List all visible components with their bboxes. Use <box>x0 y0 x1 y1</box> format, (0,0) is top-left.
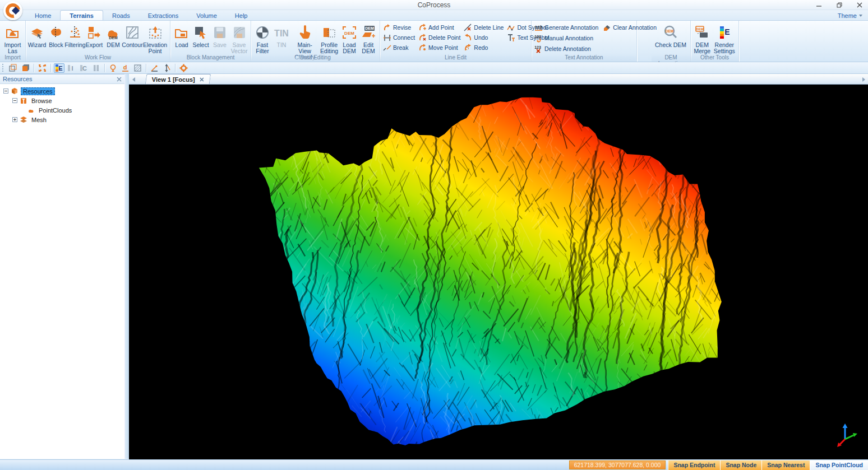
terrain-render[interactable] <box>129 85 868 459</box>
wizard-button[interactable]: Wizard <box>27 22 47 49</box>
tree-item-pointclouds[interactable]: PointClouds <box>3 105 124 115</box>
svg-text:E: E <box>724 27 730 36</box>
dem-merge-icon: DEM <box>694 24 710 41</box>
fit-view-icon[interactable] <box>37 63 48 73</box>
classify-hand-icon <box>297 24 313 41</box>
delete-point-button[interactable]: Delete Point <box>418 33 460 42</box>
ribbon-group-data-editing: Fast Filter TIN TIN Main-View Classify P… <box>251 21 380 62</box>
tab-home[interactable]: Home <box>26 11 60 20</box>
group-title-data-editing: Data Editing <box>251 54 380 62</box>
clear-annotation-button[interactable]: Clear Annotation <box>603 23 657 32</box>
fast-filter-button[interactable]: Fast Filter <box>253 22 272 55</box>
add-point-button[interactable]: Add Point <box>418 23 460 32</box>
snap-node-button[interactable]: Snap Node <box>720 460 761 470</box>
axis-gizmo-icon <box>832 419 858 447</box>
theme-dropdown[interactable]: Theme <box>838 12 862 19</box>
svg-text:E: E <box>58 65 62 72</box>
tab-help[interactable]: Help <box>226 11 257 20</box>
ribbon: Import Las Import Wizard Block Filtering… <box>0 21 868 62</box>
bars-render-icon[interactable] <box>91 63 101 73</box>
delete-annotation-button[interactable]: 123Delete Annotation <box>534 44 657 53</box>
group-title-other-tools: Other Tools <box>691 54 738 62</box>
manual-annotation-button[interactable]: 123Manual Annotation <box>534 34 657 43</box>
elevation-point-icon <box>147 24 163 41</box>
load-dem-button[interactable]: DEM Load DEM <box>340 22 359 55</box>
tree-item-resources[interactable]: Resources <box>3 86 124 96</box>
contour-button[interactable]: Contour <box>123 22 142 49</box>
panel-close-icon[interactable] <box>117 77 122 82</box>
expand-icon[interactable] <box>12 117 17 122</box>
snap-nearest-button[interactable]: Snap Nearest <box>761 460 810 470</box>
area-measure-icon[interactable] <box>132 63 143 73</box>
view-tab-active[interactable]: View 1 [Focus] <box>145 74 211 84</box>
dem-button[interactable]: DEM DEM <box>104 22 123 49</box>
render-settings-icon: E <box>717 24 732 41</box>
delete-line-button[interactable]: Delete Line <box>464 23 504 32</box>
undo-button[interactable]: Undo <box>464 33 504 42</box>
move-point-button[interactable]: Move Point <box>418 43 460 52</box>
collapse-icon[interactable] <box>3 89 8 94</box>
svg-text:DEM: DEM <box>344 31 354 36</box>
distance-measure-icon[interactable]: d <box>120 63 131 73</box>
render-settings-button[interactable]: E Render Settings <box>712 22 737 55</box>
angle-measure-icon[interactable] <box>149 63 160 73</box>
elevation-point-button[interactable]: Elevation Point <box>142 22 168 55</box>
viewpoint-icon[interactable] <box>108 63 118 73</box>
tab-terrains[interactable]: Terrains <box>60 10 103 20</box>
solid-cube-icon[interactable] <box>20 63 31 73</box>
tab-scroll-left[interactable] <box>129 75 138 84</box>
edit-dem-button[interactable]: DEM Edit DEM <box>359 22 378 55</box>
tin-icon: TIN <box>272 24 291 41</box>
maximize-button[interactable] <box>835 1 843 9</box>
dem-merge-button[interactable]: DEM DEM Merge <box>692 22 712 55</box>
group-title-dem-inspection: DEM Inspection <box>652 54 690 62</box>
save-vector-button[interactable]: Save Vector <box>229 22 249 55</box>
block-button[interactable]: Block <box>47 22 66 49</box>
revise-button[interactable]: Revise <box>383 23 415 32</box>
tab-scroll-right[interactable] <box>859 75 868 84</box>
pointclouds-icon <box>27 106 35 114</box>
tree-item-mesh[interactable]: Mesh <box>3 115 124 124</box>
panel-splitter[interactable] <box>124 74 129 459</box>
redo-button[interactable]: Redo <box>464 43 504 52</box>
collapse-icon[interactable] <box>12 98 17 103</box>
height-measure-icon[interactable] <box>161 63 172 73</box>
generate-annotation-button[interactable]: 123Generate Annotation <box>534 23 598 32</box>
tab-close-icon[interactable] <box>200 77 204 82</box>
profile-editing-button[interactable]: Profile Editing <box>318 22 340 55</box>
elevation-render-icon[interactable]: E <box>54 63 64 73</box>
toolbar-grip[interactable] <box>2 64 5 72</box>
select-button[interactable]: Select <box>191 22 210 49</box>
classification-render-icon[interactable]: C <box>79 63 89 73</box>
save-vector-icon <box>232 24 247 41</box>
tab-extractions[interactable]: Extractions <box>139 11 187 20</box>
save-button[interactable]: Save <box>210 22 229 49</box>
ribbon-group-block-management: Load Select Save Save Vector Block Manag… <box>170 21 251 62</box>
minimize-button[interactable] <box>815 1 823 9</box>
viewport-3d[interactable] <box>129 85 868 459</box>
snap-endpoint-button[interactable]: Snap Endpoint <box>668 460 720 470</box>
load-button[interactable]: Load <box>172 22 191 49</box>
tree-item-browse[interactable]: Browse <box>3 96 124 105</box>
snap-pointcloud-button[interactable]: Snap PointCloud <box>810 460 868 470</box>
app-logo-icon[interactable] <box>3 1 22 20</box>
tin-button[interactable]: TIN TIN <box>272 22 291 49</box>
connect-button[interactable]: Connect <box>383 33 415 42</box>
tab-roads[interactable]: Roads <box>103 11 139 20</box>
tab-volume[interactable]: Volume <box>187 11 226 20</box>
svg-text:123: 123 <box>534 35 541 39</box>
wireframe-cube-icon[interactable] <box>8 63 19 73</box>
close-button[interactable] <box>856 1 864 9</box>
settings-gear-icon[interactable] <box>178 63 189 73</box>
group-title-workflow: Work Flow <box>26 54 170 62</box>
view-tab-label: View 1 [Focus] <box>152 76 195 83</box>
export-button[interactable]: Export <box>85 22 104 49</box>
filtering-button[interactable]: Filtering <box>66 22 85 49</box>
svg-text:I: I <box>71 65 73 72</box>
import-las-button[interactable]: Import Las <box>2 22 24 55</box>
coprocess-window: CoProcess Home Terrains Roads Extraction… <box>0 0 868 470</box>
check-dem-button[interactable]: DEM Check DEM <box>653 22 688 49</box>
intensity-render-icon[interactable]: I <box>66 63 77 73</box>
edit-dem-icon: DEM <box>360 24 377 41</box>
break-button[interactable]: Break <box>383 43 415 52</box>
